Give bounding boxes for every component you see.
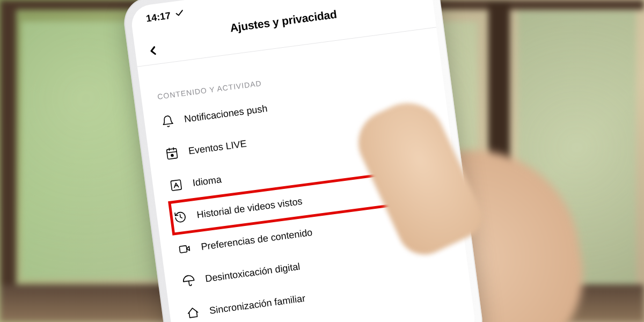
- svg-line-3: [167, 151, 177, 152]
- svg-point-4: [171, 154, 173, 156]
- svg-line-1: [173, 148, 174, 150]
- settings-item-label: Idioma: [192, 174, 222, 189]
- calendar-icon: [164, 145, 180, 161]
- settings-item-label: Historial de videos vistos: [196, 195, 303, 221]
- bell-icon: [160, 114, 175, 129]
- status-time: 14:17: [145, 10, 171, 25]
- check-icon: [174, 8, 185, 21]
- back-button[interactable]: [145, 43, 162, 61]
- settings-item-label: Sincronización familiar: [209, 292, 306, 316]
- home-icon: [185, 305, 201, 320]
- language-icon: [169, 178, 184, 193]
- settings-item-label: Notificaciones push: [184, 103, 268, 125]
- svg-rect-0: [166, 149, 177, 159]
- umbrella-icon: [181, 273, 196, 289]
- settings-item-label: Eventos LIVE: [188, 138, 247, 157]
- svg-rect-5: [171, 180, 181, 191]
- video-icon: [177, 241, 192, 257]
- settings-item-label: Desintoxicación digital: [204, 261, 301, 284]
- svg-rect-6: [179, 246, 187, 253]
- history-icon: [172, 209, 188, 225]
- settings-item-label: Preferencias de contenido: [200, 226, 313, 252]
- svg-line-2: [169, 148, 170, 150]
